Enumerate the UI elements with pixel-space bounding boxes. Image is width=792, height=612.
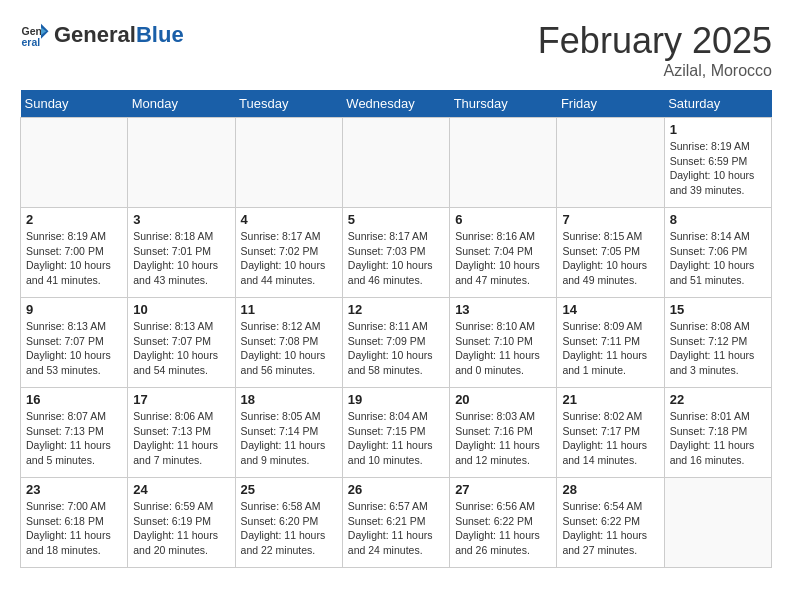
day-number: 20 — [455, 392, 551, 407]
calendar-cell: 13Sunrise: 8:10 AM Sunset: 7:10 PM Dayli… — [450, 298, 557, 388]
day-info: Sunrise: 8:12 AM Sunset: 7:08 PM Dayligh… — [241, 319, 337, 378]
day-number: 19 — [348, 392, 444, 407]
day-info: Sunrise: 8:11 AM Sunset: 7:09 PM Dayligh… — [348, 319, 444, 378]
calendar-cell — [235, 118, 342, 208]
calendar-cell: 4Sunrise: 8:17 AM Sunset: 7:02 PM Daylig… — [235, 208, 342, 298]
day-number: 15 — [670, 302, 766, 317]
weekday-header-sunday: Sunday — [21, 90, 128, 118]
day-number: 26 — [348, 482, 444, 497]
day-info: Sunrise: 6:59 AM Sunset: 6:19 PM Dayligh… — [133, 499, 229, 558]
calendar-cell: 5Sunrise: 8:17 AM Sunset: 7:03 PM Daylig… — [342, 208, 449, 298]
weekday-header-monday: Monday — [128, 90, 235, 118]
svg-text:eral: eral — [22, 36, 41, 48]
calendar-cell: 25Sunrise: 6:58 AM Sunset: 6:20 PM Dayli… — [235, 478, 342, 568]
calendar-cell — [342, 118, 449, 208]
day-info: Sunrise: 6:54 AM Sunset: 6:22 PM Dayligh… — [562, 499, 658, 558]
weekday-header-row: SundayMondayTuesdayWednesdayThursdayFrid… — [21, 90, 772, 118]
weekday-header-friday: Friday — [557, 90, 664, 118]
day-number: 18 — [241, 392, 337, 407]
calendar-cell: 6Sunrise: 8:16 AM Sunset: 7:04 PM Daylig… — [450, 208, 557, 298]
day-info: Sunrise: 8:14 AM Sunset: 7:06 PM Dayligh… — [670, 229, 766, 288]
day-info: Sunrise: 8:19 AM Sunset: 7:00 PM Dayligh… — [26, 229, 122, 288]
calendar-cell: 17Sunrise: 8:06 AM Sunset: 7:13 PM Dayli… — [128, 388, 235, 478]
day-number: 3 — [133, 212, 229, 227]
day-info: Sunrise: 8:05 AM Sunset: 7:14 PM Dayligh… — [241, 409, 337, 468]
week-row-4: 23Sunrise: 7:00 AM Sunset: 6:18 PM Dayli… — [21, 478, 772, 568]
day-number: 13 — [455, 302, 551, 317]
day-number: 22 — [670, 392, 766, 407]
day-info: Sunrise: 8:02 AM Sunset: 7:17 PM Dayligh… — [562, 409, 658, 468]
calendar-cell: 26Sunrise: 6:57 AM Sunset: 6:21 PM Dayli… — [342, 478, 449, 568]
calendar-cell: 8Sunrise: 8:14 AM Sunset: 7:06 PM Daylig… — [664, 208, 771, 298]
calendar-cell: 11Sunrise: 8:12 AM Sunset: 7:08 PM Dayli… — [235, 298, 342, 388]
day-info: Sunrise: 8:15 AM Sunset: 7:05 PM Dayligh… — [562, 229, 658, 288]
day-info: Sunrise: 6:56 AM Sunset: 6:22 PM Dayligh… — [455, 499, 551, 558]
title-block: February 2025 Azilal, Morocco — [538, 20, 772, 80]
day-info: Sunrise: 8:07 AM Sunset: 7:13 PM Dayligh… — [26, 409, 122, 468]
day-number: 21 — [562, 392, 658, 407]
month-title: February 2025 — [538, 20, 772, 62]
calendar-cell: 21Sunrise: 8:02 AM Sunset: 7:17 PM Dayli… — [557, 388, 664, 478]
day-info: Sunrise: 8:08 AM Sunset: 7:12 PM Dayligh… — [670, 319, 766, 378]
calendar-cell: 14Sunrise: 8:09 AM Sunset: 7:11 PM Dayli… — [557, 298, 664, 388]
day-number: 24 — [133, 482, 229, 497]
day-info: Sunrise: 8:03 AM Sunset: 7:16 PM Dayligh… — [455, 409, 551, 468]
day-number: 5 — [348, 212, 444, 227]
page-header: Gen eral GeneralBlue February 2025 Azila… — [20, 20, 772, 80]
day-info: Sunrise: 6:57 AM Sunset: 6:21 PM Dayligh… — [348, 499, 444, 558]
logo-icon: Gen eral — [20, 20, 50, 50]
calendar-cell: 12Sunrise: 8:11 AM Sunset: 7:09 PM Dayli… — [342, 298, 449, 388]
calendar-cell — [557, 118, 664, 208]
calendar-cell: 24Sunrise: 6:59 AM Sunset: 6:19 PM Dayli… — [128, 478, 235, 568]
week-row-3: 16Sunrise: 8:07 AM Sunset: 7:13 PM Dayli… — [21, 388, 772, 478]
calendar-cell: 20Sunrise: 8:03 AM Sunset: 7:16 PM Dayli… — [450, 388, 557, 478]
week-row-0: 1Sunrise: 8:19 AM Sunset: 6:59 PM Daylig… — [21, 118, 772, 208]
calendar-cell: 19Sunrise: 8:04 AM Sunset: 7:15 PM Dayli… — [342, 388, 449, 478]
day-info: Sunrise: 7:00 AM Sunset: 6:18 PM Dayligh… — [26, 499, 122, 558]
day-number: 16 — [26, 392, 122, 407]
calendar-cell: 22Sunrise: 8:01 AM Sunset: 7:18 PM Dayli… — [664, 388, 771, 478]
week-row-1: 2Sunrise: 8:19 AM Sunset: 7:00 PM Daylig… — [21, 208, 772, 298]
day-number: 25 — [241, 482, 337, 497]
calendar-table: SundayMondayTuesdayWednesdayThursdayFrid… — [20, 90, 772, 568]
calendar-cell: 7Sunrise: 8:15 AM Sunset: 7:05 PM Daylig… — [557, 208, 664, 298]
calendar-cell — [450, 118, 557, 208]
day-number: 4 — [241, 212, 337, 227]
day-info: Sunrise: 8:13 AM Sunset: 7:07 PM Dayligh… — [133, 319, 229, 378]
day-info: Sunrise: 8:09 AM Sunset: 7:11 PM Dayligh… — [562, 319, 658, 378]
day-info: Sunrise: 8:01 AM Sunset: 7:18 PM Dayligh… — [670, 409, 766, 468]
day-number: 17 — [133, 392, 229, 407]
calendar-cell — [21, 118, 128, 208]
calendar-cell: 1Sunrise: 8:19 AM Sunset: 6:59 PM Daylig… — [664, 118, 771, 208]
logo-text: GeneralBlue — [54, 23, 184, 47]
day-number: 8 — [670, 212, 766, 227]
day-number: 2 — [26, 212, 122, 227]
day-info: Sunrise: 8:19 AM Sunset: 6:59 PM Dayligh… — [670, 139, 766, 198]
calendar-cell: 28Sunrise: 6:54 AM Sunset: 6:22 PM Dayli… — [557, 478, 664, 568]
day-info: Sunrise: 8:18 AM Sunset: 7:01 PM Dayligh… — [133, 229, 229, 288]
day-info: Sunrise: 6:58 AM Sunset: 6:20 PM Dayligh… — [241, 499, 337, 558]
day-number: 10 — [133, 302, 229, 317]
day-info: Sunrise: 8:13 AM Sunset: 7:07 PM Dayligh… — [26, 319, 122, 378]
day-info: Sunrise: 8:04 AM Sunset: 7:15 PM Dayligh… — [348, 409, 444, 468]
day-number: 28 — [562, 482, 658, 497]
calendar-cell: 27Sunrise: 6:56 AM Sunset: 6:22 PM Dayli… — [450, 478, 557, 568]
calendar-cell: 18Sunrise: 8:05 AM Sunset: 7:14 PM Dayli… — [235, 388, 342, 478]
day-number: 23 — [26, 482, 122, 497]
week-row-2: 9Sunrise: 8:13 AM Sunset: 7:07 PM Daylig… — [21, 298, 772, 388]
day-number: 27 — [455, 482, 551, 497]
day-number: 11 — [241, 302, 337, 317]
calendar-cell: 15Sunrise: 8:08 AM Sunset: 7:12 PM Dayli… — [664, 298, 771, 388]
day-number: 9 — [26, 302, 122, 317]
weekday-header-saturday: Saturday — [664, 90, 771, 118]
calendar-cell: 10Sunrise: 8:13 AM Sunset: 7:07 PM Dayli… — [128, 298, 235, 388]
calendar-cell — [664, 478, 771, 568]
weekday-header-thursday: Thursday — [450, 90, 557, 118]
weekday-header-wednesday: Wednesday — [342, 90, 449, 118]
day-number: 6 — [455, 212, 551, 227]
day-info: Sunrise: 8:10 AM Sunset: 7:10 PM Dayligh… — [455, 319, 551, 378]
day-number: 7 — [562, 212, 658, 227]
location: Azilal, Morocco — [538, 62, 772, 80]
calendar-cell: 16Sunrise: 8:07 AM Sunset: 7:13 PM Dayli… — [21, 388, 128, 478]
calendar-cell — [128, 118, 235, 208]
